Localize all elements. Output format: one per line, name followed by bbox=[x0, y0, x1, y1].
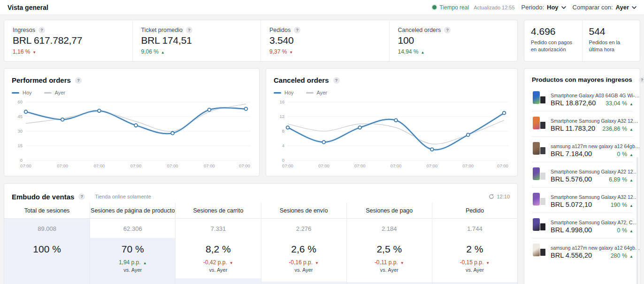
stat-pagos-autorizacion: 4.696 Pedido con pagos en autorización bbox=[524, 20, 582, 61]
updated-timestamp: Actualizado 12:55 bbox=[474, 5, 514, 10]
product-delta: 6,89 %▲ bbox=[609, 176, 633, 183]
help-icon[interactable]: ? bbox=[444, 27, 451, 33]
funnel-delta: 1,94 p.p.▲ bbox=[90, 259, 175, 266]
legend-ayer-swatch bbox=[306, 92, 314, 94]
trend-arrow-icon: ▼ bbox=[486, 261, 490, 265]
help-icon[interactable]: ? bbox=[294, 27, 300, 33]
compare-selector[interactable]: Comparar con: Ayer bbox=[573, 4, 636, 11]
panel-scrollbar[interactable] bbox=[636, 157, 638, 284]
legend-ayer-label: Ayer bbox=[317, 90, 327, 95]
trend-arrow-icon: ▼ bbox=[400, 261, 404, 265]
chart-title: Canceled orders bbox=[274, 76, 329, 84]
funnel-percentage: 2,5 % bbox=[347, 244, 432, 255]
funnel-delta: -0,42 p.p.▼ bbox=[176, 259, 261, 266]
svg-text:07:00: 07:00 bbox=[462, 163, 474, 168]
product-delta: 33,04 %▲ bbox=[606, 100, 633, 107]
product-name: Smartphone Galaxy A03 64GB 4G Wi-… bbox=[551, 93, 640, 98]
legend-hoy-swatch bbox=[274, 92, 281, 94]
product-row[interactable]: Smartphone Galaxy A03 64GB 4G Wi-… BRL 1… bbox=[532, 86, 633, 111]
funnel-step-label: Sesiones de carrito bbox=[176, 203, 261, 219]
funnel-step-pagina-producto: Sesiones de página de producto 62.306 70… bbox=[90, 203, 175, 284]
trend-arrow-icon: ▲ bbox=[421, 50, 425, 55]
svg-text:07:00: 07:00 bbox=[93, 163, 105, 168]
trend-arrow-icon: ▲ bbox=[629, 204, 633, 208]
help-icon[interactable]: ? bbox=[38, 27, 45, 33]
funnel-bar bbox=[432, 282, 517, 284]
kpi-label: Ingresos bbox=[13, 27, 35, 33]
funnel-percentage: 100 % bbox=[4, 244, 90, 255]
kpi-ticket-promedio: Ticket promedio? BRL 174,51 9,06 %▲ bbox=[132, 20, 261, 61]
performed-orders-chart: 60453015007:0007:0007:0007:0007:0007:000… bbox=[12, 99, 252, 171]
page-title: Vista general bbox=[8, 4, 48, 11]
product-revenue: BRL 4.556,20 bbox=[551, 252, 592, 259]
product-revenue: BRL 5.072,10 bbox=[551, 201, 592, 208]
funnel-step-carrito: Sesiones de carrito 7.331 8,2 % -0,42 p.… bbox=[175, 203, 261, 284]
trend-arrow-icon: ▲ bbox=[629, 102, 633, 106]
product-name: Smartphone Samsung Galaxy A72, C… bbox=[551, 220, 637, 225]
funnel-bar bbox=[347, 282, 432, 284]
trend-arrow-icon: ▲ bbox=[629, 178, 633, 182]
svg-text:07:00: 07:00 bbox=[354, 163, 366, 168]
compare-value: Ayer bbox=[616, 4, 629, 11]
funnel-vs-label: vs. Ayer bbox=[90, 267, 175, 273]
product-list: Smartphone Galaxy A03 64GB 4G Wi-… BRL 1… bbox=[524, 86, 640, 263]
realtime-indicator: Tiempo real bbox=[432, 4, 469, 11]
product-row[interactable]: samsung a127m new galaxy a12 64gb… BRL 4… bbox=[532, 238, 633, 263]
svg-text:07:00: 07:00 bbox=[391, 163, 402, 168]
svg-text:07:00: 07:00 bbox=[426, 163, 437, 168]
help-icon[interactable]: ? bbox=[186, 27, 192, 33]
funnel-percentage: 8,2 % bbox=[176, 244, 261, 255]
period-selector[interactable]: Periodo: Hoy bbox=[521, 4, 566, 11]
product-row[interactable]: Smartphone Samsung Galaxy A32 12… BRL 11… bbox=[532, 111, 633, 136]
funnel-title: Embudo de ventas bbox=[12, 193, 74, 201]
sales-funnel-card: Embudo de ventas ? Tienda online solamen… bbox=[4, 183, 518, 284]
svg-text:0: 0 bbox=[20, 158, 23, 163]
product-row[interactable]: Smartphone Samsung Galaxy A72, C… BRL 4.… bbox=[532, 213, 633, 238]
period-label: Periodo: bbox=[521, 4, 544, 11]
trend-arrow-icon: ▲ bbox=[629, 254, 633, 259]
funnel-step-label: Sesiones de envío bbox=[261, 203, 346, 219]
kpi-label: Ticket promedio bbox=[141, 27, 183, 33]
product-thumbnail bbox=[532, 243, 546, 257]
canceled-orders-chart: 161284007:0007:0007:0007:0007:0007:0007:… bbox=[274, 99, 510, 171]
product-name: samsung a127m new galaxy a12 64gb… bbox=[551, 143, 640, 149]
help-icon[interactable]: ? bbox=[333, 77, 340, 84]
topbar-controls: Tiempo real Actualizado 12:55 Periodo: H… bbox=[432, 4, 636, 11]
product-thumbnail bbox=[532, 192, 546, 206]
product-revenue: BRL 5.576,00 bbox=[551, 175, 592, 183]
svg-text:07:00: 07:00 bbox=[204, 163, 215, 168]
svg-text:07:00: 07:00 bbox=[130, 163, 142, 168]
trend-arrow-icon: ▼ bbox=[315, 261, 319, 265]
chevron-down-icon bbox=[632, 6, 636, 9]
period-value: Hoy bbox=[547, 4, 559, 11]
product-thumbnail bbox=[532, 142, 546, 156]
product-row[interactable]: samsung a127m new galaxy a12 64gb… BRL 7… bbox=[532, 136, 633, 162]
help-icon[interactable]: ? bbox=[639, 77, 644, 83]
canceled-orders-card: Canceled orders ? Hoy Ayer 161284007:000… bbox=[266, 68, 518, 176]
funnel-step-label: Sesiones de pago bbox=[347, 203, 432, 219]
funnel-vs-label: vs. Ayer bbox=[176, 267, 261, 273]
funnel-vs-label: vs. Ayer bbox=[432, 267, 517, 273]
svg-text:16: 16 bbox=[279, 99, 284, 104]
help-icon[interactable]: ? bbox=[75, 77, 82, 84]
product-delta: 0 %▲ bbox=[617, 227, 633, 234]
funnel-percentage: 2,6 % bbox=[261, 244, 346, 255]
product-row[interactable]: Smartphone Samsung Galaxy A22 12… BRL 5.… bbox=[532, 162, 633, 187]
trend-arrow-icon: ▲ bbox=[629, 229, 633, 233]
svg-text:07:00: 07:00 bbox=[57, 163, 68, 168]
refresh-control[interactable]: 12:10 bbox=[489, 194, 510, 199]
legend-hoy-label: Hoy bbox=[284, 90, 294, 95]
funnel-vs-label: vs. Ayer bbox=[347, 267, 432, 273]
funnel-count: 1.744 bbox=[432, 225, 517, 232]
legend-hoy-swatch bbox=[12, 92, 19, 94]
svg-text:45: 45 bbox=[17, 114, 23, 119]
product-delta: 236,86 %▲ bbox=[602, 126, 633, 132]
product-revenue: BRL 4.998,00 bbox=[551, 226, 592, 234]
legend-hoy-label: Hoy bbox=[23, 90, 32, 95]
product-thumbnail bbox=[532, 167, 546, 181]
product-row[interactable]: Smartphone Samsung Galaxy A32 12… BRL 5.… bbox=[532, 187, 633, 213]
chart-legend: Hoy Ayer bbox=[12, 90, 252, 95]
kpi-value: 3.540 bbox=[269, 35, 381, 46]
product-revenue: BRL 18.872,60 bbox=[551, 99, 596, 107]
help-icon[interactable]: ? bbox=[78, 193, 85, 200]
